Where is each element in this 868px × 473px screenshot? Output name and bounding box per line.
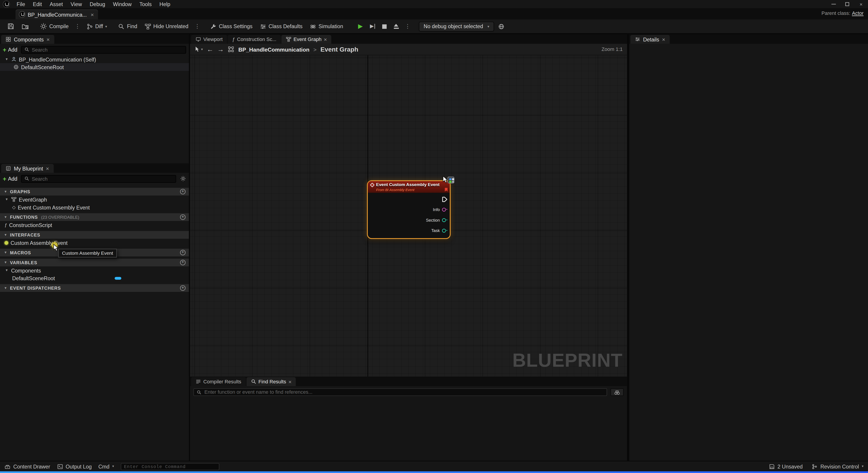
toolbar-options-icon[interactable]: ⋮: [192, 23, 202, 29]
section-output-pin[interactable]: [442, 218, 446, 222]
asset-tab[interactable]: BP_HandleCommunica... ×: [16, 9, 98, 19]
find-button[interactable]: Find: [115, 21, 141, 32]
exec-output-pin[interactable]: [442, 196, 448, 202]
class-settings-button[interactable]: Class Settings: [207, 21, 256, 32]
menu-window[interactable]: Window: [109, 1, 135, 7]
diff-button[interactable]: Diff ▾: [83, 21, 110, 32]
save-button[interactable]: [4, 21, 18, 32]
group-components[interactable]: ▾ Components: [0, 266, 189, 274]
item-default-scene-root-var[interactable]: DefaultSceneRoot: [0, 274, 189, 282]
eject-button[interactable]: [391, 21, 402, 32]
minimize-button[interactable]: [827, 0, 840, 8]
item-event-graph[interactable]: ▾ EventGraph: [0, 195, 189, 203]
add-event-dispatcher-button[interactable]: +: [180, 285, 186, 291]
unsaved-save-icon: [769, 463, 775, 469]
my-blueprint-settings-button[interactable]: [180, 176, 186, 182]
menu-asset[interactable]: Asset: [46, 1, 67, 7]
components-panel-close-icon[interactable]: ×: [46, 36, 50, 42]
class-defaults-button[interactable]: Class Defaults: [256, 21, 306, 32]
hide-unrelated-button[interactable]: Hide Unrelated: [141, 21, 192, 32]
graph-overview-icon: [228, 46, 234, 53]
tab-event-graph[interactable]: Event Graph ×: [281, 35, 332, 44]
console-command-input[interactable]: [121, 463, 219, 470]
tab-construction-script[interactable]: ƒ Construction Sc...: [227, 35, 281, 44]
asset-tab-close-icon[interactable]: ×: [91, 11, 94, 17]
task-pin-row: Task: [368, 225, 450, 236]
section-event-dispatchers[interactable]: ▾ EVENT DISPATCHERS +: [0, 284, 189, 292]
revision-control-dropdown[interactable]: Revision Control ▾: [811, 463, 864, 469]
content-drawer-button[interactable]: Content Drawer: [4, 463, 50, 469]
expander-icon[interactable]: ▾: [4, 57, 9, 62]
unreal-logo-icon[interactable]: [3, 1, 9, 7]
stop-button[interactable]: [379, 21, 390, 32]
play-button[interactable]: ▶: [355, 21, 366, 32]
item-event-custom-assembly[interactable]: ◇ Event Custom Assembly Event: [0, 203, 189, 211]
tab-event-graph-label: Event Graph: [293, 36, 321, 42]
tab-compiler-results[interactable]: Compiler Results: [191, 377, 246, 386]
unsaved-button[interactable]: 2 Unsaved: [769, 463, 803, 469]
stop-icon: [382, 24, 387, 29]
close-button[interactable]: ×: [854, 0, 868, 8]
expander-icon[interactable]: ▾: [4, 197, 9, 201]
event-graph-canvas[interactable]: Event Custom Assembly Event From BI Asse…: [190, 55, 627, 377]
debug-object-dropdown[interactable]: No debug object selected ▾: [419, 22, 494, 31]
graph-tool-dropdown[interactable]: ▾: [194, 46, 203, 53]
components-panel-tab[interactable]: Components ×: [1, 35, 54, 44]
browse-button[interactable]: [18, 21, 32, 32]
tab-viewport-label: Viewport: [203, 36, 223, 42]
item-construction-script[interactable]: ƒ ConstructionScript: [0, 221, 189, 229]
compile-button[interactable]: Compile: [36, 21, 72, 32]
find-references-input[interactable]: [205, 389, 604, 395]
details-close-icon[interactable]: ×: [662, 36, 665, 42]
my-blueprint-search-input[interactable]: [32, 176, 173, 182]
maximize-button[interactable]: [840, 0, 854, 8]
section-graphs[interactable]: ▾ GRAPHS +: [0, 188, 189, 195]
my-blueprint-tab[interactable]: My Blueprint ×: [1, 164, 54, 173]
global-find-button[interactable]: [611, 388, 624, 396]
add-macro-button[interactable]: +: [180, 250, 186, 255]
add-function-button[interactable]: +: [180, 214, 186, 220]
binoculars-icon: [614, 389, 620, 395]
menu-edit[interactable]: Edit: [29, 1, 46, 7]
menu-view[interactable]: View: [67, 1, 86, 7]
info-output-pin[interactable]: [442, 208, 446, 212]
output-log-button[interactable]: Output Log: [57, 463, 92, 469]
debug-world-button[interactable]: [495, 21, 508, 32]
menu-help[interactable]: Help: [155, 1, 174, 7]
simulation-button[interactable]: Simulation: [306, 21, 347, 32]
components-add-button[interactable]: + Add: [3, 46, 17, 53]
cmd-dropdown[interactable]: Cmd ▾: [98, 463, 114, 469]
tab-find-results-close-icon[interactable]: ×: [288, 379, 291, 385]
tab-event-graph-close-icon[interactable]: ×: [324, 36, 327, 42]
breadcrumb-root[interactable]: BP_HandleCommunication: [239, 46, 310, 52]
section-variables[interactable]: ▾ VARIABLES +: [0, 259, 189, 266]
play-options-icon[interactable]: ⋮: [403, 23, 412, 29]
add-variable-button[interactable]: +: [180, 260, 186, 265]
menu-debug[interactable]: Debug: [86, 1, 109, 7]
nav-forward-button[interactable]: →: [217, 46, 224, 53]
tab-find-results[interactable]: Find Results ×: [246, 377, 296, 386]
tab-viewport[interactable]: Viewport: [191, 35, 227, 44]
my-blueprint-close-icon[interactable]: ×: [46, 165, 49, 171]
add-graph-button[interactable]: +: [180, 189, 186, 195]
menu-tools[interactable]: Tools: [135, 1, 155, 7]
my-blueprint-add-label: Add: [8, 176, 17, 182]
nav-back-button[interactable]: ←: [207, 46, 213, 53]
variable-type-pill[interactable]: [115, 277, 121, 280]
menu-file[interactable]: File: [13, 1, 29, 7]
expander-icon[interactable]: ▾: [4, 268, 9, 273]
section-interfaces[interactable]: ▾ INTERFACES: [0, 231, 189, 239]
event-node[interactable]: Event Custom Assembly Event From BI Asse…: [368, 181, 450, 238]
tree-row-scene-root[interactable]: DefaultSceneRoot: [0, 63, 189, 71]
components-search-input[interactable]: [32, 47, 183, 53]
compile-options-icon[interactable]: ⋮: [72, 23, 83, 29]
tree-row-self[interactable]: ▾ BP_HandleCommunication (Self): [0, 55, 189, 63]
item-custom-assembly-event[interactable]: Custom Assembly Event: [0, 239, 189, 246]
task-output-pin[interactable]: [442, 229, 446, 233]
my-blueprint-add-button[interactable]: + Add: [3, 175, 17, 182]
frame-skip-button[interactable]: ▶: [367, 21, 378, 32]
tab-find-results-label: Find Results: [258, 379, 286, 384]
parent-class-link[interactable]: Actor: [852, 10, 864, 16]
details-tab[interactable]: Details ×: [630, 35, 670, 44]
section-functions[interactable]: ▾ FUNCTIONS (23 OVERRIDABLE) +: [0, 213, 189, 221]
